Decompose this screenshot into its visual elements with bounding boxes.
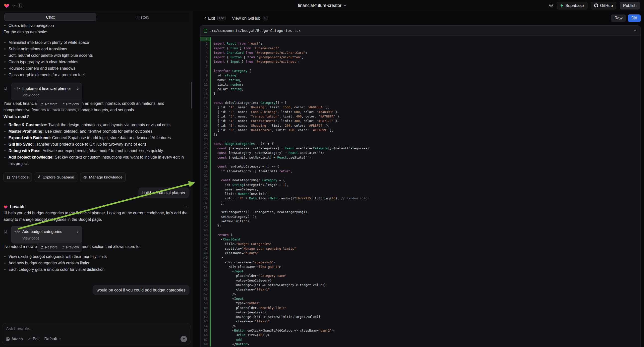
document-icon: [7, 176, 10, 179]
settings-gear-icon[interactable]: [549, 3, 554, 8]
edit-card-implement-financial-planner[interactable]: </> Implement financial planner View cod…: [11, 83, 82, 100]
code-line: 42 };: [200, 224, 640, 228]
code-text: const [newCategory, setNewCategory] = Re…: [211, 150, 324, 155]
view-on-github-button[interactable]: View on GitHub: [232, 16, 260, 21]
line-number: 17: [200, 110, 210, 114]
diff-added-gutter: [210, 132, 211, 137]
line-number: 55: [200, 283, 210, 287]
diff-added-gutter: [210, 142, 211, 146]
exit-button[interactable]: Exit: [204, 16, 215, 21]
code-line: 16 { id: '1', name: 'Housing', limit: 15…: [200, 105, 640, 110]
raw-toggle-button[interactable]: Raw: [611, 14, 626, 22]
code-text: const handleAddCategory = () => {: [211, 164, 279, 169]
code-line: 5import { Button } from '@/components/ui…: [200, 55, 640, 60]
diff-added-gutter: [210, 60, 211, 64]
supabase-button[interactable]: Supabase: [556, 2, 587, 10]
code-text: { id: '5', name: 'Shopping', limit: 200,…: [211, 124, 330, 128]
line-number: 29: [200, 164, 210, 169]
code-editor[interactable]: 12import React from 'react';3import { Pl…: [200, 36, 640, 347]
chat-input[interactable]: [6, 326, 187, 332]
restore-button[interactable]: Restore: [38, 244, 60, 251]
diff-added-gutter: [210, 41, 211, 46]
manage-knowledge-button[interactable]: Manage knowledge: [80, 172, 126, 182]
diff-added-gutter: [210, 301, 211, 306]
diff-added-gutter: [210, 333, 211, 337]
sidebar-toggle-icon[interactable]: [18, 4, 22, 8]
line-number: 11: [200, 82, 210, 87]
code-line: 57 />: [200, 292, 640, 296]
diff-added-gutter: [210, 137, 211, 142]
line-number: 19: [200, 119, 210, 123]
code-text: setCategories([...categories, newCategor…: [211, 210, 309, 214]
line-number: 49: [200, 256, 210, 260]
chat-scrollbar-thumb[interactable]: [191, 82, 192, 108]
project-name: financial-future-creator: [298, 3, 341, 8]
project-switcher[interactable]: financial-future-creator: [298, 3, 346, 8]
quick-actions: Visit docs Explore Supabase Manage knowl…: [4, 172, 190, 182]
publish-button[interactable]: Publish: [620, 2, 640, 10]
chevron-down-icon: [344, 5, 346, 6]
code-line: 29 const handleAddCategory = () => {: [200, 164, 640, 169]
diff-added-gutter: [210, 178, 211, 182]
line-number: 43: [200, 228, 210, 232]
code-icon: </>: [14, 228, 20, 235]
diff-added-gutter: [210, 242, 211, 246]
edit-card-add-budget-categories[interactable]: </> Add budget categories View code Rest…: [11, 226, 82, 244]
tab-chat[interactable]: Chat: [4, 13, 96, 21]
list-item: Subtle animations and transitions: [4, 46, 190, 52]
diff-added-gutter: [210, 96, 211, 100]
code-text: interface Category {: [211, 69, 251, 73]
line-number: 9: [200, 73, 210, 78]
code-line: 65 <Button onClick={handleAddCategory} c…: [200, 328, 640, 333]
send-button[interactable]: [180, 336, 187, 342]
more-options-icon[interactable]: ⋯: [184, 204, 190, 209]
line-number: 61: [200, 310, 210, 315]
diff-added-gutter: [210, 342, 211, 346]
line-number: 37: [200, 201, 210, 205]
bookmark-icon[interactable]: [4, 86, 7, 92]
file-path: src/components/budget/BudgetCategories.t…: [209, 29, 301, 32]
line-number: 53: [200, 274, 210, 278]
code-line: 19 { id: '4', name: 'Entertainment', lim…: [200, 119, 640, 123]
diff-toggle-button[interactable]: Diff: [628, 14, 641, 22]
tab-history[interactable]: History: [97, 13, 189, 21]
explore-supabase-button[interactable]: Explore Supabase: [34, 172, 78, 182]
diff-added-gutter: [210, 237, 211, 242]
view-code-link[interactable]: View code: [22, 92, 79, 98]
model-selector[interactable]: Default: [44, 337, 61, 341]
code-text: Add: [211, 338, 242, 342]
preview-button[interactable]: Preview: [60, 100, 81, 108]
code-text: [211, 160, 214, 164]
preview-button[interactable]: Preview: [60, 244, 81, 251]
code-text: />: [211, 324, 236, 328]
lovable-logo[interactable]: [4, 3, 10, 8]
diff-added-gutter: [210, 160, 211, 164]
code-line: 31: [200, 174, 640, 178]
edit-mode-button[interactable]: Edit: [28, 337, 40, 341]
line-number: 38: [200, 205, 210, 210]
collapse-chevron-up-icon[interactable]: [634, 30, 637, 32]
diff-added-gutter: [210, 264, 211, 269]
step-bold: GitHub Sync:: [8, 142, 34, 146]
step-text: Tweak the design, animations, and layout…: [48, 123, 172, 127]
code-text: setNewCategory('');: [211, 214, 257, 219]
chat-composer: Attach Edit Default: [2, 323, 191, 345]
code-line: 48 className="h-auto": [200, 251, 640, 256]
visit-docs-button[interactable]: Visit docs: [4, 172, 32, 182]
chevron-right-icon: [77, 87, 79, 90]
diff-added-gutter: [210, 150, 211, 155]
bookmark-icon[interactable]: [4, 229, 7, 236]
code-line: 60 placeholder="Monthly limit": [200, 306, 640, 310]
code-text: [211, 37, 214, 41]
chevron-down-icon[interactable]: [12, 5, 15, 6]
file-header[interactable]: src/components/budget/BudgetCategories.t…: [200, 26, 640, 36]
view-code-link[interactable]: View code: [22, 236, 79, 241]
github-button[interactable]: GitHub: [591, 2, 616, 10]
restore-button[interactable]: Restore: [38, 100, 60, 108]
diff-added-gutter: [210, 205, 211, 210]
diff-added-gutter: [210, 269, 211, 274]
line-number: 5: [200, 55, 210, 60]
lovable-heart-icon: [4, 205, 8, 208]
attach-button[interactable]: Attach: [6, 337, 23, 341]
diff-added-gutter: [210, 174, 211, 178]
